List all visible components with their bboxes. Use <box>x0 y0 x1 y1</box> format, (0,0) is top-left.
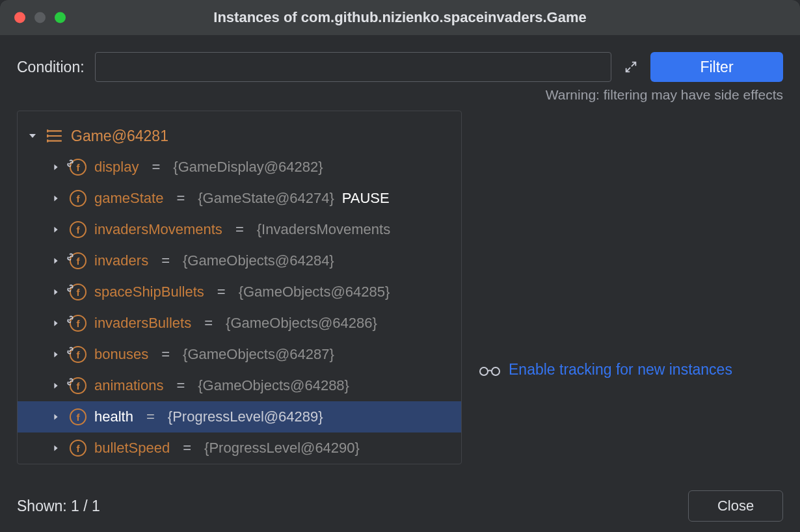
field-name: invaders <box>94 252 148 269</box>
field-name: invadersBullets <box>94 315 191 332</box>
field-value-suffix: PAUSE <box>342 190 390 207</box>
field-icon: f <box>70 159 87 176</box>
equals-sign: = <box>204 315 213 332</box>
field-icon: f <box>70 190 87 207</box>
field-value: {GameObjects@64286} <box>226 315 377 332</box>
chevron-right-icon[interactable] <box>50 255 62 267</box>
enable-tracking-link[interactable]: Enable tracking for new instances <box>479 274 732 464</box>
field-icon: f <box>70 315 87 332</box>
tree-root-label: Game@64281 <box>71 127 168 145</box>
tree-row[interactable]: fspaceShipBullets={GameObjects@64285} <box>18 276 461 308</box>
field-value: {GameObjects@64285} <box>239 284 390 300</box>
field-value: {GameDisplay@64282} <box>173 159 323 176</box>
chevron-right-icon[interactable] <box>50 411 62 423</box>
field-name: health <box>94 408 133 425</box>
instances-tree[interactable]: Game@64281 fdisplay={GameDisplay@64282}f… <box>17 111 462 464</box>
equals-sign: = <box>161 346 170 363</box>
filter-button[interactable]: Filter <box>650 52 783 82</box>
shown-count: Shown: 1 / 1 <box>17 498 100 515</box>
tree-row[interactable]: fbulletSpeed={ProgressLevel@64290} <box>18 432 461 464</box>
chevron-right-icon[interactable] <box>50 224 62 235</box>
equals-sign: = <box>217 284 226 300</box>
field-icon: f <box>70 377 87 394</box>
enable-tracking-label: Enable tracking for new instances <box>509 361 732 379</box>
equals-sign: = <box>152 159 160 176</box>
field-name: bonuses <box>94 346 148 363</box>
chevron-right-icon[interactable] <box>50 286 62 298</box>
glasses-icon <box>479 363 501 376</box>
equals-sign: = <box>183 440 191 457</box>
field-value: {GameObjects@64288} <box>198 377 349 394</box>
field-icon: f <box>70 221 87 238</box>
tree-row[interactable]: finvadersMovements={InvadersMovements <box>18 214 461 245</box>
equals-sign: = <box>235 221 244 238</box>
traffic-lights <box>14 12 66 23</box>
field-name: invadersMovements <box>94 221 222 238</box>
tree-row[interactable]: fhealth={ProgressLevel@64289} <box>18 401 461 432</box>
window-title: Instances of com.github.nizienko.spacein… <box>213 9 586 26</box>
field-value: {GameObjects@64287} <box>183 346 334 363</box>
tree-row[interactable]: fanimations={GameObjects@64288} <box>18 370 461 401</box>
field-name: animations <box>94 377 163 394</box>
zoom-window-button[interactable] <box>55 12 66 23</box>
equals-sign: = <box>161 252 170 269</box>
minimize-window-button[interactable] <box>34 12 46 23</box>
tree-row[interactable]: finvaders={GameObjects@64284} <box>18 245 461 276</box>
svg-point-7 <box>492 367 500 375</box>
field-value: {InvadersMovements <box>257 221 390 238</box>
condition-label: Condition: <box>17 59 85 76</box>
field-name: bulletSpeed <box>94 440 170 457</box>
window-titlebar: Instances of com.github.nizienko.spacein… <box>0 0 800 35</box>
tree-root[interactable]: Game@64281 <box>18 120 461 152</box>
field-icon: f <box>70 346 87 363</box>
tree-row[interactable]: finvadersBullets={GameObjects@64286} <box>18 308 461 339</box>
field-value: {GameState@64274} <box>198 190 334 207</box>
field-icon: f <box>70 252 87 269</box>
object-icon <box>46 129 63 143</box>
chevron-right-icon[interactable] <box>50 380 62 392</box>
field-value: {ProgressLevel@64289} <box>168 408 323 425</box>
expand-input-icon[interactable] <box>622 58 640 76</box>
tree-row[interactable]: fdisplay={GameDisplay@64282} <box>18 152 461 183</box>
tree-row[interactable]: fgameState={GameState@64274} PAUSE <box>18 183 461 214</box>
field-icon: f <box>70 408 87 425</box>
field-icon: f <box>70 284 87 300</box>
chevron-right-icon[interactable] <box>50 193 62 204</box>
equals-sign: = <box>146 408 155 425</box>
chevron-right-icon[interactable] <box>50 161 62 173</box>
chevron-right-icon[interactable] <box>50 442 62 454</box>
svg-point-6 <box>480 367 488 375</box>
field-name: spaceShipBullets <box>94 284 204 300</box>
equals-sign: = <box>176 377 185 394</box>
chevron-down-icon[interactable] <box>27 130 38 142</box>
equals-sign: = <box>176 190 185 207</box>
close-button[interactable]: Close <box>688 490 783 522</box>
field-icon: f <box>70 440 87 457</box>
field-value: {GameObjects@64284} <box>183 252 334 269</box>
filter-warning: Warning: filtering may have side effects <box>17 87 783 103</box>
chevron-right-icon[interactable] <box>50 349 62 360</box>
field-value: {ProgressLevel@64290} <box>204 440 360 457</box>
field-name: gameState <box>94 190 163 207</box>
close-window-button[interactable] <box>14 12 25 23</box>
chevron-right-icon[interactable] <box>50 317 62 329</box>
field-name: display <box>94 159 139 176</box>
tree-row[interactable]: fbonuses={GameObjects@64287} <box>18 339 461 370</box>
condition-input[interactable] <box>95 52 611 82</box>
